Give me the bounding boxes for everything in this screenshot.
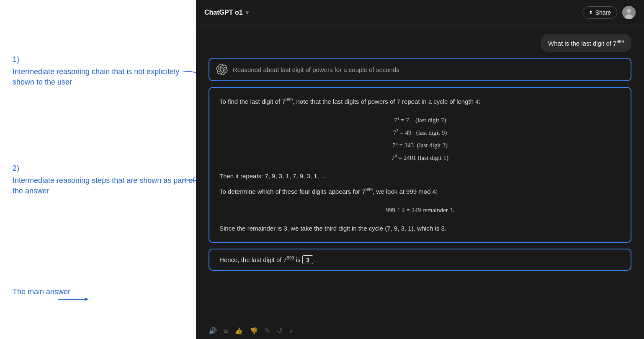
annotation-3: The main answer	[13, 287, 70, 297]
edit-icon[interactable]: ✎	[265, 327, 270, 335]
avatar-image	[622, 6, 636, 19]
annotation-1-text: 1) Intermediate reasoning chain that is …	[13, 54, 196, 88]
copy-icon[interactable]: ⧉	[224, 327, 228, 334]
user-message-text: What is the last digit of 7999	[548, 40, 624, 47]
math-mod: 999 ÷ 4 = 249 remainder 3.	[219, 204, 621, 216]
annotation-2-text: 2) Intermediate reasoning steps that are…	[13, 163, 196, 197]
math-line-1: 71 = 7 (last digit 7)	[219, 114, 621, 126]
share-label: Share	[595, 9, 611, 16]
response-conclusion: Since the remainder is 3, we take the th…	[219, 223, 621, 234]
annotation-1: 1) Intermediate reasoning chain that is …	[13, 54, 196, 88]
chat-title: ChatGPT o1 ∨	[204, 9, 249, 16]
final-answer-superscript: 999	[287, 255, 294, 260]
math-powers: 71 = 7 (last digit 7) 72 = 49 (last digi…	[219, 114, 621, 164]
header-actions: ⬆ Share	[582, 6, 636, 19]
annotation-3-arrow	[58, 291, 91, 308]
chat-body: What is the last digit of 7999 Reasoned …	[196, 26, 644, 323]
svg-point-5	[625, 14, 633, 19]
svg-point-4	[627, 9, 631, 13]
final-answer-boxed: 3	[302, 255, 313, 264]
chat-panel: ChatGPT o1 ∨ ⬆ Share What is the last d	[196, 0, 644, 339]
thumbs-down-icon[interactable]: 👎	[250, 327, 258, 335]
volume-icon[interactable]: 🔊	[209, 327, 217, 335]
chat-title-text: ChatGPT o1	[204, 9, 243, 16]
user-message: What is the last digit of 7999	[209, 34, 631, 52]
response-intro: To find the last digit of 7999, note tha…	[219, 96, 621, 107]
annotation-2: 2) Intermediate reasoning steps that are…	[13, 163, 196, 197]
share-icon: ⬆	[589, 10, 593, 15]
math-line-2: 72 = 49 (last digit 9)	[219, 126, 621, 139]
more-icon[interactable]: ∨	[289, 328, 293, 334]
final-answer-box: Hence, the last digit of 7999 is 3.	[209, 249, 631, 271]
refresh-icon[interactable]: ↺	[277, 327, 282, 335]
share-button[interactable]: ⬆ Share	[582, 6, 617, 19]
user-avatar[interactable]	[622, 6, 636, 19]
response-repeats: Then it repeats: 7, 9, 3, 1, 7, 9, 3, 1,…	[219, 171, 621, 182]
chat-header: ChatGPT o1 ∨ ⬆ Share	[196, 0, 644, 26]
action-bar: 🔊 ⧉ 👍 👎 ✎ ↺ ∨	[196, 323, 644, 339]
math-line-3: 73 = 343 (last digit 3)	[219, 139, 621, 152]
math-line-4: 74 = 2401 (last digit 1)	[219, 152, 621, 164]
user-bubble: What is the last digit of 7999	[541, 34, 631, 52]
final-answer-text-middle: is	[294, 256, 302, 263]
final-answer-text-before: Hence, the last digit of 7	[219, 256, 287, 263]
thumbs-up-icon[interactable]: 👍	[234, 327, 243, 335]
annotation-panel: 1) Intermediate reasoning chain that is …	[0, 0, 196, 339]
reasoning-text: Reasoned about last digit of powers for …	[233, 66, 399, 73]
openai-logo-icon	[216, 64, 228, 75]
reasoning-box: Reasoned about last digit of powers for …	[209, 58, 631, 81]
response-box: To find the last digit of 7999, note tha…	[209, 87, 631, 243]
mod-calc: 999 ÷ 4 = 249 remainder 3.	[386, 207, 454, 213]
svg-marker-2	[85, 298, 89, 301]
response-determine: To determine which of these four digits …	[219, 186, 621, 197]
chevron-down-icon[interactable]: ∨	[245, 10, 249, 15]
